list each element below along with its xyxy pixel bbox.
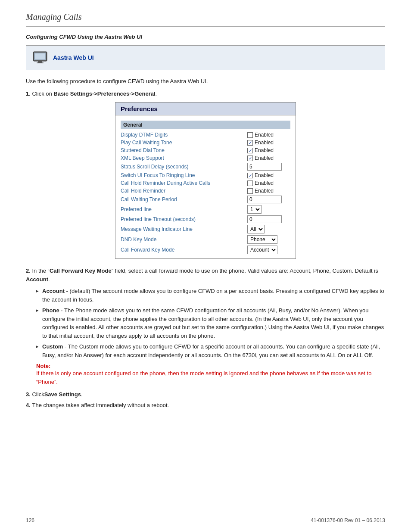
aastra-icon-svg <box>32 50 48 65</box>
step2-text-start: In the “ <box>32 268 49 274</box>
prefs-label-4: Status Scroll Delay (seconds) <box>121 164 247 170</box>
prefs-label-1: Play Call Waiting Tone <box>121 140 247 146</box>
prefs-checkbox-wrapper-0[interactable]: Enabled <box>247 132 274 138</box>
prefs-checkbox-1[interactable]: ✓ <box>247 140 253 146</box>
step3-end: . <box>81 391 83 398</box>
prefs-label-5: Switch UI Focus To Ringing Line <box>121 172 247 178</box>
prefs-row-6: Call Hold Reminder During Active CallsEn… <box>121 179 290 187</box>
step3-num: 3. <box>26 391 31 398</box>
prefs-label-3: XML Beep Support <box>121 155 247 161</box>
prefs-control-2[interactable]: ✓Enabled <box>247 147 290 153</box>
prefs-control-0[interactable]: Enabled <box>247 132 290 138</box>
step1-text: Click on <box>32 90 53 97</box>
prefs-checkbox-label-6: Enabled <box>255 180 274 186</box>
prefs-input-4[interactable] <box>247 163 282 171</box>
prefs-select-12[interactable]: PhoneAccountCustom <box>247 235 277 244</box>
page-title: Managing Calls <box>26 12 385 22</box>
bullet-custom-text: - The Custom mode allows you to configur… <box>42 343 380 358</box>
footer-page-num: 126 <box>26 517 34 523</box>
prefs-checkbox-0[interactable] <box>247 132 253 138</box>
prefs-row-4: Status Scroll Delay (seconds) <box>121 162 290 171</box>
prefs-row-5: Switch UI Focus To Ringing Line✓Enabled <box>121 171 290 179</box>
prefs-checkbox-label-2: Enabled <box>255 147 274 153</box>
prefs-row-11: Message Waiting Indicator LineAll12 <box>121 224 290 234</box>
intro-text: Use the following procedure to configure… <box>26 78 385 84</box>
note-block: Note: If there is only one account confi… <box>36 363 385 386</box>
prefs-control-5[interactable]: ✓Enabled <box>247 172 290 178</box>
prefs-checkbox-label-0: Enabled <box>255 132 274 138</box>
step-3: 3. Click Save Settings. <box>26 391 385 398</box>
prefs-row-8: Call Waiting Tone Period <box>121 195 290 204</box>
prefs-select-11[interactable]: All12 <box>247 225 265 233</box>
prefs-select-9[interactable]: 123 <box>247 205 262 214</box>
prefs-checkbox-5[interactable]: ✓ <box>247 173 253 178</box>
bullet-phone-bold: Phone <box>42 307 59 314</box>
svg-rect-4 <box>35 53 45 59</box>
bullet-phone-text: - The Phone mode allows you to set the s… <box>42 307 384 339</box>
prefs-row-13: Call Forward Key ModeAccountPhoneCustom <box>121 245 290 255</box>
prefs-row-2: Stuttered Dial Tone✓Enabled <box>121 146 290 154</box>
footer-doc-ref: 41-001376-00 Rev 01 – 06.2013 <box>311 517 385 523</box>
prefs-input-10[interactable] <box>247 215 282 223</box>
prefs-checkbox-wrapper-2[interactable]: ✓Enabled <box>247 147 274 153</box>
step4-num: 4. <box>26 402 31 408</box>
step2-text-mid: ” field, select a call forward mode to u… <box>112 268 378 274</box>
top-rule <box>26 26 385 27</box>
bullet-list: Account - (default) The account mode all… <box>36 287 385 359</box>
prefs-row-1: Play Call Waiting Tone✓Enabled <box>121 139 290 146</box>
prefs-checkbox-label-3: Enabled <box>255 155 274 161</box>
prefs-control-7[interactable]: Enabled <box>247 188 290 194</box>
step2-bold1: Call Forward Key Mode <box>50 268 112 274</box>
prefs-checkbox-wrapper-3[interactable]: ✓Enabled <box>247 155 274 161</box>
prefs-label-10: Preferred line Timeout (seconds) <box>121 216 247 222</box>
prefs-checkbox-6[interactable] <box>247 180 253 186</box>
prefs-checkbox-7[interactable] <box>247 188 253 194</box>
prefs-control-3[interactable]: ✓Enabled <box>247 155 290 161</box>
note-text: If there is only one account configured … <box>36 370 371 385</box>
prefs-select-13[interactable]: AccountPhoneCustom <box>247 246 277 254</box>
prefs-checkbox-3[interactable]: ✓ <box>247 156 253 161</box>
prefs-control-9[interactable]: 123 <box>247 205 290 214</box>
bullet-custom-bold: Custom <box>42 343 63 350</box>
bullet-account: Account - (default) The account mode all… <box>36 287 385 304</box>
preferences-panel: Preferences General Display DTMF DigitsE… <box>115 102 296 259</box>
prefs-control-8[interactable] <box>247 196 290 203</box>
prefs-control-6[interactable]: Enabled <box>247 180 290 186</box>
step-4: 4. The changes takes affect immediately … <box>26 402 385 408</box>
aastra-label: Aastra Web UI <box>53 54 94 61</box>
prefs-checkbox-wrapper-7[interactable]: Enabled <box>247 188 274 194</box>
step1-bold: Basic Settings->Preferences->General <box>53 90 155 97</box>
prefs-control-13[interactable]: AccountPhoneCustom <box>247 246 290 254</box>
note-label: Note: <box>36 363 50 369</box>
prefs-checkbox-2[interactable]: ✓ <box>247 148 253 153</box>
prefs-control-4[interactable] <box>247 163 290 171</box>
prefs-control-12[interactable]: PhoneAccountCustom <box>247 235 290 244</box>
step3-text: Click <box>32 391 44 398</box>
bullet-phone: Phone - The Phone mode allows you to set… <box>36 306 385 340</box>
prefs-row-0: Display DTMF DigitsEnabled <box>121 131 290 139</box>
prefs-row-7: Call Hold ReminderEnabled <box>121 187 290 195</box>
prefs-checkbox-label-1: Enabled <box>255 140 274 146</box>
prefs-checkbox-wrapper-6[interactable]: Enabled <box>247 180 274 186</box>
prefs-label-0: Display DTMF Digits <box>121 132 247 138</box>
svg-rect-3 <box>37 62 44 63</box>
prefs-label-11: Message Waiting Indicator Line <box>121 226 247 232</box>
prefs-control-10[interactable] <box>247 215 290 223</box>
prefs-rows-container: Display DTMF DigitsEnabledPlay Call Wait… <box>121 131 290 255</box>
prefs-checkbox-label-7: Enabled <box>255 188 274 194</box>
prefs-input-8[interactable] <box>247 196 282 203</box>
page-container: Managing Calls Configuring CFWD Using th… <box>0 0 411 532</box>
prefs-row-3: XML Beep Support✓Enabled <box>121 154 290 162</box>
prefs-checkbox-wrapper-1[interactable]: ✓Enabled <box>247 140 274 146</box>
prefs-label-12: DND Key Mode <box>121 236 247 243</box>
prefs-row-9: Preferred line123 <box>121 204 290 215</box>
prefs-label-2: Stuttered Dial Tone <box>121 147 247 153</box>
prefs-control-11[interactable]: All12 <box>247 225 290 233</box>
prefs-control-1[interactable]: ✓Enabled <box>247 140 290 146</box>
prefs-body: General Display DTMF DigitsEnabledPlay C… <box>115 115 296 258</box>
prefs-checkbox-wrapper-5[interactable]: ✓Enabled <box>247 172 274 178</box>
prefs-label-9: Preferred line <box>121 206 247 212</box>
step3-bold: Save Settings <box>44 391 81 398</box>
step2-text-end: . <box>48 276 50 283</box>
prefs-label-8: Call Waiting Tone Period <box>121 196 247 202</box>
